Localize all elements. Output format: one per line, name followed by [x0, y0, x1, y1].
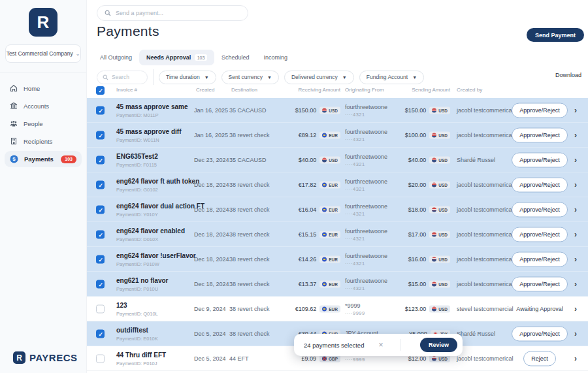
- review-button[interactable]: Review: [420, 338, 457, 352]
- payment-id: PaymentID: E010K: [116, 335, 158, 341]
- sending-amount: $15.00: [408, 281, 427, 287]
- destination: 35 CACAUSD: [229, 157, 267, 163]
- sidebar-item-recipients[interactable]: Recipients: [5, 133, 82, 149]
- receiving-amount: £9.09: [301, 355, 316, 362]
- invoice-name: eng624 flavor !userFlavor: [116, 251, 196, 259]
- chevron-right-icon[interactable]: ›: [574, 304, 577, 314]
- sending-amount-cell: $16.00 USD: [380, 255, 450, 263]
- action-button[interactable]: Approve/Reject: [512, 177, 568, 192]
- table-row[interactable]: 45 mass approve diff PaymentID: W011N Ja…: [87, 123, 588, 148]
- sidebar-item-label: People: [24, 120, 43, 127]
- chevron-right-icon[interactable]: ›: [574, 205, 577, 214]
- chevron-right-icon[interactable]: ›: [574, 131, 577, 140]
- sending-currency-badge: USD: [429, 255, 450, 263]
- chevron-right-icon[interactable]: ›: [574, 280, 577, 289]
- tab-needs-approval[interactable]: Needs Approval 103: [139, 50, 214, 65]
- download-link[interactable]: Download: [555, 72, 581, 78]
- company-selector[interactable]: Test Commercial Company ⌄: [5, 44, 81, 63]
- row-checkbox[interactable]: [96, 131, 105, 139]
- table-row[interactable]: ENG635Test2 PaymentID: F0115 Dec 23, 202…: [87, 148, 588, 172]
- chevron-right-icon[interactable]: ›: [574, 329, 577, 338]
- action-cell: Approve/Reject: [512, 103, 568, 118]
- tab-incoming[interactable]: Incoming: [256, 50, 295, 65]
- global-search-input[interactable]: [116, 10, 240, 16]
- sidebar-item-accounts[interactable]: Accounts: [5, 98, 82, 114]
- chevron-right-icon[interactable]: ›: [574, 230, 577, 239]
- tab-all-outgoing[interactable]: All Outgoing: [93, 50, 139, 65]
- global-search[interactable]: [97, 5, 248, 21]
- table-row[interactable]: eng624 flavor ft auth token PaymentID: G…: [87, 172, 588, 197]
- chevron-right-icon[interactable]: ›: [574, 180, 577, 189]
- payment-id: PaymentID: M011P: [116, 112, 188, 118]
- table-row[interactable]: 123 PaymentID: Q010L Dec 9, 2024 38 reve…: [87, 297, 588, 321]
- action-button[interactable]: Approve/Reject: [512, 227, 568, 242]
- table-row[interactable]: eng621 no flavor PaymentID: P010U Dec 18…: [87, 272, 588, 297]
- action-button[interactable]: Approve/Reject: [512, 103, 568, 118]
- home-icon: [10, 84, 18, 92]
- row-checkbox[interactable]: [96, 255, 105, 263]
- chevron-right-icon[interactable]: ›: [574, 255, 577, 264]
- receiving-currency-badge: USD: [319, 156, 340, 163]
- sending-amount-cell: $123.00 USD: [380, 305, 450, 312]
- row-checkbox[interactable]: [96, 180, 105, 189]
- tab-count-badge: 103: [195, 54, 207, 61]
- action-button[interactable]: Approve/Reject: [512, 152, 568, 167]
- chevron-right-icon[interactable]: ›: [574, 155, 577, 165]
- app-logo-letter: R: [37, 12, 50, 33]
- action-button[interactable]: Approve/Reject: [512, 326, 568, 341]
- sidebar-item-payments[interactable]: $ Payments 103: [5, 151, 82, 167]
- invoice-cell: 45 mass approve diff PaymentID: W011N: [116, 127, 181, 142]
- sidebar-item-home[interactable]: Home: [5, 80, 82, 96]
- chevron-right-icon[interactable]: ›: [574, 354, 577, 363]
- invoice-cell: ENG635Test2 PaymentID: F0115: [116, 152, 158, 167]
- sidebar-item-label: Payments: [24, 155, 54, 163]
- table-row[interactable]: eng624 flavor enabled PaymentID: D010X D…: [87, 222, 588, 247]
- row-checkbox[interactable]: [96, 205, 105, 214]
- chevron-down-icon: ▼: [412, 75, 417, 80]
- table-search-input[interactable]: [112, 74, 143, 80]
- action-button[interactable]: Reject: [523, 351, 556, 366]
- sidebar-item-people[interactable]: People: [5, 116, 82, 131]
- send-payment-button[interactable]: Send Payment: [527, 28, 584, 42]
- row-checkbox[interactable]: [96, 329, 105, 338]
- close-icon[interactable]: ×: [378, 340, 383, 349]
- sending-currency-badge: USD: [429, 231, 450, 238]
- invoice-name: eng624 flavor ft auth token: [116, 177, 199, 184]
- row-checkbox[interactable]: [96, 230, 105, 238]
- sending-amount: $150.00: [405, 107, 427, 114]
- column-header: Destination: [231, 87, 257, 93]
- receiving-currency-badge: USD: [319, 106, 340, 114]
- select-all-checkbox[interactable]: [96, 86, 105, 95]
- invoice-name: eng621 no flavor: [116, 276, 168, 284]
- action-button[interactable]: Approve/Reject: [512, 127, 568, 142]
- action-button[interactable]: Approve/Reject: [512, 202, 568, 217]
- created-by: jacobl testcommerical: [457, 206, 517, 213]
- table-row[interactable]: 45 mass approve same PaymentID: M011P Ja…: [87, 98, 588, 123]
- row-checkbox[interactable]: [96, 304, 105, 313]
- chevron-right-icon[interactable]: ›: [574, 106, 577, 115]
- invoice-name: eng624 flavor dual action FT: [116, 202, 204, 209]
- time-duration-dropdown[interactable]: Time duration▼: [159, 71, 216, 84]
- currency-flag-icon: [432, 108, 436, 112]
- tab-scheduled[interactable]: Scheduled: [214, 50, 257, 65]
- row-checkbox[interactable]: [96, 106, 105, 114]
- invoice-cell: outdifftest PaymentID: E010K: [116, 326, 158, 341]
- row-checkbox[interactable]: [96, 280, 105, 288]
- action-button[interactable]: Approve/Reject: [512, 276, 568, 291]
- funding-account-dropdown[interactable]: Funding Account▼: [359, 71, 424, 84]
- search-icon: [103, 74, 108, 80]
- row-checkbox[interactable]: [96, 155, 105, 164]
- table-search[interactable]: [97, 71, 148, 84]
- created-by: jacobl testcommerical: [457, 256, 517, 263]
- receiving-amount: $150.00: [295, 107, 317, 114]
- sent-currency-dropdown[interactable]: Sent currency▼: [221, 71, 279, 84]
- table-row[interactable]: eng624 flavor !userFlavor PaymentID: P01…: [87, 247, 588, 272]
- table-row[interactable]: eng624 flavor dual action FT PaymentID: …: [87, 197, 588, 222]
- created-date: Dec 18, 2024: [194, 182, 229, 188]
- sending-amount-cell: $20.00 USD: [380, 181, 450, 188]
- action-button[interactable]: Approve/Reject: [512, 251, 568, 267]
- delivered-currency-dropdown[interactable]: Delivered currency▼: [284, 71, 354, 84]
- action-cell: Awaiting Approval: [512, 306, 568, 312]
- company-selector-label: Test Commercial Company: [7, 50, 73, 57]
- row-checkbox[interactable]: [96, 354, 105, 363]
